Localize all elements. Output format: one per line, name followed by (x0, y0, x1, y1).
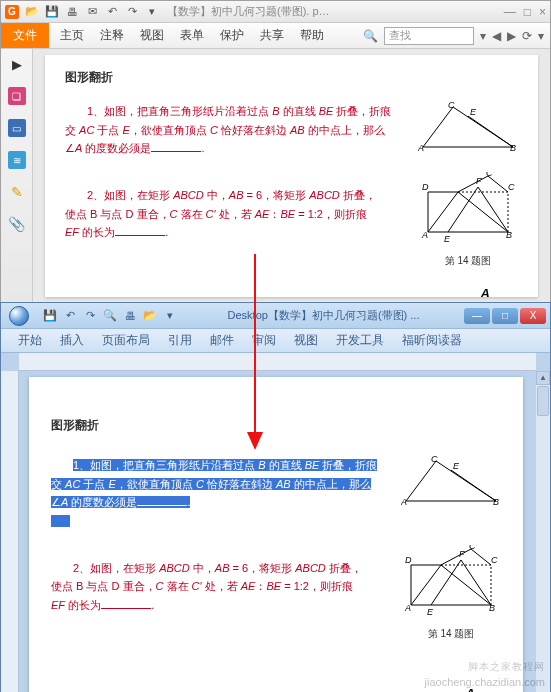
redo-icon[interactable]: ↷ (125, 5, 139, 19)
redo-icon[interactable]: ↷ (83, 309, 97, 323)
tab-home[interactable]: 主页 (53, 24, 91, 47)
foxit-sidebar: ▶ ❏ ▭ ≋ ✎ 📎 (1, 49, 33, 303)
figure-2-caption: 第 14 题图 (401, 625, 501, 642)
trailing-letter: A (481, 286, 490, 297)
save-icon[interactable]: 💾 (43, 309, 57, 323)
scroll-thumb[interactable] (537, 386, 549, 416)
undo-icon[interactable]: ↶ (105, 5, 119, 19)
undo-icon[interactable]: ↶ (63, 309, 77, 323)
section-title: 图形翻折 (51, 417, 501, 434)
attachment-icon[interactable]: 📎 (8, 215, 26, 233)
tab-protect[interactable]: 保护 (213, 24, 251, 47)
overflow-dropdown-icon[interactable]: ▾ (538, 29, 544, 43)
foxit-page[interactable]: 图形翻折 1、如图，把直角三角形纸片沿着过点 B 的直线 BE 折叠，折痕 交 … (45, 55, 538, 297)
file-tab[interactable]: 文件 (1, 23, 49, 48)
problem-2: 2、如图，在矩形 ABCD 中，AB = 6，将矩形 ABCD 折叠， 使点 B… (51, 559, 501, 615)
search-dropdown-icon[interactable]: ▾ (480, 29, 486, 43)
foxit-qat: 📂 💾 🖶 ✉ ↶ ↷ ▾ (25, 5, 159, 19)
qat-dropdown-icon[interactable]: ▾ (145, 5, 159, 19)
minimize-button[interactable]: — (464, 308, 490, 324)
minimize-button[interactable]: — (504, 5, 516, 19)
scroll-up-icon[interactable]: ▲ (536, 371, 550, 385)
foxit-logo: G (5, 5, 19, 19)
tab-view[interactable]: 视图 (133, 24, 171, 47)
foxit-tools: 🔍 查找 ▾ ◀ ▶ ⟳ ▾ (363, 27, 550, 45)
tab-insert[interactable]: 插入 (51, 329, 93, 352)
close-button[interactable]: X (520, 308, 546, 324)
tab-view[interactable]: 视图 (285, 329, 327, 352)
svg-text:C: C (431, 456, 438, 464)
signature-icon[interactable]: ✎ (8, 183, 26, 201)
svg-text:A: A (404, 603, 411, 613)
svg-text:B: B (493, 497, 499, 506)
svg-text:A: A (418, 143, 424, 152)
svg-text:E: E (453, 461, 460, 471)
office-button[interactable] (1, 303, 37, 329)
nav-next-icon[interactable]: ▶ (507, 29, 516, 43)
problem-2: 2、如图，在矩形 ABCD 中，AB = 6，将矩形 ABCD 折叠， 使点 B… (65, 186, 518, 242)
maximize-button[interactable]: □ (492, 308, 518, 324)
svg-text:A: A (421, 230, 428, 240)
svg-text:C′: C′ (469, 545, 477, 551)
qat-dropdown-icon[interactable]: ▾ (163, 309, 177, 323)
foxit-titlebar: G 📂 💾 🖶 ✉ ↶ ↷ ▾ 【数学】初中几何习题(带图). p… — □ × (1, 1, 550, 23)
tab-comment[interactable]: 注释 (93, 24, 131, 47)
svg-text:E: E (427, 607, 434, 617)
nav-prev-icon[interactable]: ◀ (492, 29, 501, 43)
word-page[interactable]: 图形翻折 1、如图，把直角三角形纸片沿着过点 B 的直线 BE 折叠，折痕 交 … (29, 377, 523, 692)
close-button[interactable]: × (539, 5, 546, 19)
svg-text:B: B (510, 143, 516, 152)
foxit-window-buttons: — □ × (504, 5, 546, 19)
word-titlebar: 💾 ↶ ↷ 🔍 🖶 📂 ▾ Desktop【数学】初中几何习题(带图) ... … (1, 303, 550, 329)
foxit-body: ▶ ❏ ▭ ≋ ✎ 📎 图形翻折 1、如图，把直角三角形纸片沿着过点 B 的直线… (1, 49, 550, 303)
refresh-icon[interactable]: ⟳ (522, 29, 532, 43)
tab-review[interactable]: 审阅 (243, 329, 285, 352)
svg-marker-0 (423, 107, 513, 147)
scrollbar-vertical[interactable]: ▲ (536, 371, 550, 692)
tab-mail[interactable]: 邮件 (201, 329, 243, 352)
tab-developer[interactable]: 开发工具 (327, 329, 393, 352)
sidebar-expand-icon[interactable]: ▶ (8, 55, 26, 73)
tab-foxit[interactable]: 福昕阅读器 (393, 329, 471, 352)
ruler-horizontal[interactable] (19, 353, 536, 371)
email-icon[interactable]: ✉ (85, 5, 99, 19)
tab-home[interactable]: 开始 (9, 329, 51, 352)
svg-line-29 (431, 560, 461, 605)
save-icon[interactable]: 💾 (45, 5, 59, 19)
pages-icon[interactable]: ▭ (8, 119, 26, 137)
tab-form[interactable]: 表单 (173, 24, 211, 47)
layers-icon[interactable]: ≋ (8, 151, 26, 169)
open-icon[interactable]: 📂 (25, 5, 39, 19)
tab-help[interactable]: 帮助 (293, 24, 331, 47)
maximize-button[interactable]: □ (524, 5, 531, 19)
print-icon[interactable]: 🖶 (123, 309, 137, 323)
figure-2-caption: 第 14 题图 (418, 252, 518, 269)
open-icon[interactable]: 📂 (143, 309, 157, 323)
svg-text:E: E (470, 107, 477, 117)
tab-references[interactable]: 引用 (159, 329, 201, 352)
problem-1: 1、如图，把直角三角形纸片沿着过点 B 的直线 BE 折叠，折痕 交 AC 于点… (51, 456, 501, 531)
svg-text:D: D (405, 555, 412, 565)
zoom-icon[interactable]: 🔍 (103, 309, 117, 323)
word-qat: 💾 ↶ ↷ 🔍 🖶 📂 ▾ (37, 309, 183, 323)
foxit-title: 【数学】初中几何习题(带图). p… (167, 4, 504, 19)
svg-text:A: A (401, 497, 407, 506)
zoom-icon[interactable]: 🔍 (363, 29, 378, 43)
svg-text:F: F (459, 549, 465, 559)
word-title: Desktop【数学】初中几何习题(带图) ... (183, 308, 464, 323)
svg-text:E: E (444, 234, 451, 244)
word-ribbon: 开始 插入 页面布局 引用 邮件 审阅 视图 开发工具 福昕阅读器 (1, 329, 550, 353)
search-input[interactable]: 查找 (384, 27, 474, 45)
tab-layout[interactable]: 页面布局 (93, 329, 159, 352)
figure-2: A B C D E F C′ 第 14 题图 (401, 545, 501, 642)
ruler-vertical[interactable] (1, 371, 19, 692)
word-window-buttons: — □ X (464, 308, 550, 324)
svg-line-28 (461, 560, 491, 605)
tab-share[interactable]: 共享 (253, 24, 291, 47)
svg-text:C′: C′ (486, 172, 494, 178)
trailing-letter: A (466, 686, 475, 692)
print-icon[interactable]: 🖶 (65, 5, 79, 19)
svg-marker-20 (406, 461, 496, 501)
bookmark-icon[interactable]: ❏ (8, 87, 26, 105)
figure-1: A B C E (418, 102, 518, 152)
